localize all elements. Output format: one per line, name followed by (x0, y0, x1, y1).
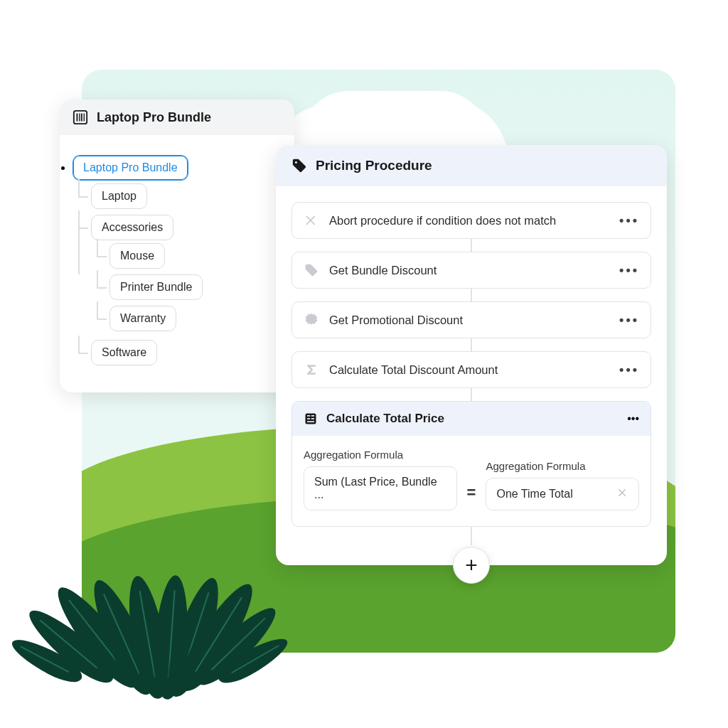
step-abort[interactable]: Abort procedure if condition does not ma… (291, 202, 651, 239)
bundle-header: Laptop Pro Bundle (60, 100, 294, 135)
aggregation-left-text: Sum (Last Price, Bundle ... (314, 476, 446, 501)
step-total-discount-label: Calculate Total Discount Amount (329, 363, 609, 377)
tree-item-accessories[interactable]: Accessories (91, 215, 173, 240)
pricing-title: Pricing Procedure (316, 158, 432, 173)
aggregation-left-label: Aggregation Formula (304, 449, 457, 461)
pricing-card: Pricing Procedure Abort procedure if con… (276, 145, 667, 565)
step-total-price-header[interactable]: Calculate Total Price ••• (292, 402, 651, 436)
connector (471, 239, 472, 252)
aggregation-right-text: One Time Total (496, 488, 572, 500)
aggregation-left: Aggregation Formula Sum (Last Price, Bun… (304, 449, 457, 510)
step-abort-label: Abort procedure if condition does not ma… (329, 214, 609, 228)
connector (471, 289, 472, 301)
step-total-price-more[interactable]: ••• (627, 412, 639, 425)
bundle-tree: Laptop Pro Bundle Laptop Accessories Mou… (60, 135, 294, 392)
aggregation-left-value[interactable]: Sum (Last Price, Bundle ... (304, 466, 457, 510)
svg-rect-9 (307, 418, 310, 419)
step-total-price-label: Calculate Total Price (326, 412, 619, 426)
step-bundle-discount[interactable]: Get Bundle Discount ••• (291, 252, 651, 289)
tag-outline-icon (304, 262, 319, 278)
aggregation-right: Aggregation Formula One Time Total (486, 460, 639, 510)
svg-rect-1 (77, 114, 78, 122)
connector (471, 338, 472, 351)
bundle-title: Laptop Pro Bundle (97, 110, 211, 125)
step-total-price: Calculate Total Price ••• Aggregation Fo… (291, 401, 651, 527)
svg-rect-7 (307, 415, 310, 417)
pricing-header: Pricing Procedure (276, 145, 667, 186)
step-abort-more[interactable]: ••• (619, 213, 639, 228)
tree-item-mouse[interactable]: Mouse (109, 243, 165, 269)
svg-rect-3 (81, 114, 82, 122)
step-total-discount-more[interactable]: ••• (619, 363, 639, 378)
step-bundle-label: Get Bundle Discount (329, 264, 609, 277)
abort-icon (304, 213, 319, 228)
tree-item-warranty[interactable]: Warranty (109, 306, 176, 331)
aggregation-right-value[interactable]: One Time Total (486, 478, 639, 510)
connector (471, 388, 472, 401)
tag-icon (291, 158, 307, 173)
svg-rect-0 (74, 111, 87, 124)
barcode-icon (73, 109, 88, 125)
step-promo-discount[interactable]: Get Promotional Discount ••• (291, 301, 651, 338)
aggregation-right-label: Aggregation Formula (486, 460, 639, 472)
tree-item-software[interactable]: Software (91, 340, 157, 365)
connector (471, 527, 472, 545)
step-bundle-more[interactable]: ••• (619, 263, 639, 278)
calculator-icon (304, 412, 318, 426)
sigma-icon (304, 362, 319, 378)
tree-root[interactable]: Laptop Pro Bundle (73, 155, 188, 181)
svg-rect-6 (306, 414, 316, 424)
svg-point-5 (295, 161, 297, 164)
step-promo-label: Get Promotional Discount (329, 314, 609, 327)
tree-item-printer-bundle[interactable]: Printer Bundle (109, 274, 203, 300)
equals-sign: = (467, 483, 476, 510)
step-promo-more[interactable]: ••• (619, 313, 639, 328)
tree-item-laptop[interactable]: Laptop (91, 183, 147, 209)
add-step-button[interactable]: + (453, 547, 490, 584)
svg-rect-11 (307, 421, 314, 422)
svg-rect-8 (311, 415, 314, 417)
step-total-discount[interactable]: Calculate Total Discount Amount ••• (291, 351, 651, 388)
bundle-card: Laptop Pro Bundle Laptop Pro Bundle Lapt… (60, 100, 294, 392)
svg-rect-2 (79, 114, 80, 122)
badge-icon (304, 312, 319, 328)
svg-rect-10 (311, 418, 314, 419)
svg-rect-4 (84, 114, 85, 122)
clear-icon[interactable] (617, 487, 628, 501)
